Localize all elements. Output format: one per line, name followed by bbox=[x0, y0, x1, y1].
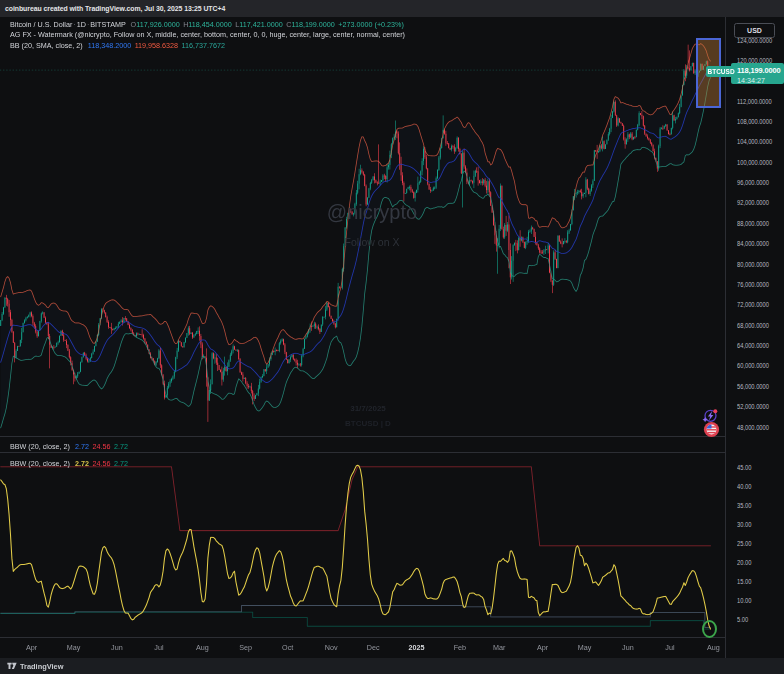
price-scale-label: 108,000.0000 bbox=[737, 118, 772, 125]
tradingview-logo-icon[interactable] bbox=[7, 662, 17, 670]
legend-value: 119,958.6328 bbox=[135, 41, 178, 50]
bbw-scale-label: 40.00 bbox=[737, 483, 751, 490]
symbol-watermark: 31/7/2025 BTCUSD | D bbox=[288, 404, 448, 428]
price-scale-label: 96,000.0000 bbox=[737, 179, 769, 186]
bbw-scale-label: 30.00 bbox=[737, 521, 751, 528]
watermark-subtitle: Follow on X bbox=[302, 236, 442, 248]
legend-value: 24.56 bbox=[92, 459, 110, 468]
bbw-scale-label: 45.00 bbox=[737, 464, 751, 471]
symbol-legend[interactable]: Bitcoin / U.S. Dollar·1D·BITSTAMP O117,9… bbox=[10, 20, 407, 29]
ohlc-values: O117,926.0000H118,454.0000L117,421.0000C… bbox=[131, 20, 408, 29]
time-axis-label: Feb bbox=[454, 643, 466, 652]
last-price-badge: 118,199.0000 14:34:27 bbox=[731, 63, 784, 84]
bbw1-values: 2.7224.562.72 bbox=[75, 442, 132, 451]
bbw-scale-label: 25.00 bbox=[737, 540, 751, 547]
time-axis-label: Aug bbox=[196, 643, 209, 652]
price-scale-label: 92,000.0000 bbox=[737, 199, 769, 206]
legend-value: O117,926.0000 bbox=[131, 20, 180, 29]
header-title: coinbureau created with TradingView.com,… bbox=[5, 5, 225, 12]
time-axis-label: Jul bbox=[665, 643, 674, 652]
time-axis-label: Jun bbox=[111, 643, 123, 652]
price-scale-label: 72,000.0000 bbox=[737, 301, 769, 308]
time-axis-label: Apr bbox=[26, 643, 37, 652]
time-axis-border bbox=[0, 637, 784, 638]
price-scale-label: 100,000.0000 bbox=[737, 159, 772, 166]
time-axis-label: Mar bbox=[493, 643, 505, 652]
bbw-scale-label: 10.00 bbox=[737, 597, 751, 604]
watermark-line1: @nicrypto bbox=[327, 201, 417, 223]
price-scale[interactable]: USD 118,199.0000 14:34:27 124,000.000012… bbox=[726, 17, 784, 638]
price-scale-label: 104,000.0000 bbox=[737, 138, 772, 145]
price-scale-label: 88,000.0000 bbox=[737, 220, 769, 227]
last-price: 118,199.0000 bbox=[737, 66, 784, 75]
bbw-scale-label: 35.00 bbox=[737, 502, 751, 509]
watermark-indicator-legend[interactable]: AG FX - Watermark (@nicrypto, Follow on … bbox=[10, 30, 405, 39]
legend-value: 2.72 bbox=[75, 459, 89, 468]
pane-separator-1[interactable] bbox=[0, 436, 784, 437]
legend-value: L117,421.0000 bbox=[235, 20, 282, 29]
legend-value: H118,454.0000 bbox=[183, 20, 232, 29]
time-axis-label: Oct bbox=[282, 643, 293, 652]
watermark-symbol: BTCUSD | D bbox=[288, 419, 448, 428]
us-flag-event-icon[interactable] bbox=[702, 420, 721, 439]
legend-value: 118,348.2000 bbox=[88, 41, 131, 50]
price-scale-label: 52,000.0000 bbox=[737, 403, 769, 410]
watermark-line2: Follow on X bbox=[345, 236, 400, 248]
indicator-title: BBW (20, close, 2) bbox=[10, 459, 70, 468]
watermark-date: 31/7/2025 bbox=[288, 404, 448, 413]
time-axis-label: Nov bbox=[325, 643, 338, 652]
time-axis-label: Aug bbox=[707, 643, 720, 652]
symbol-price-label: BTCUSD bbox=[706, 66, 736, 77]
legend-value: 2.72 bbox=[114, 459, 128, 468]
price-scale-label: 84,000.0000 bbox=[737, 240, 769, 247]
watermark-text: @nicrypto bbox=[302, 201, 442, 224]
legend-value: 2.72 bbox=[75, 442, 89, 451]
bbw-scale-label: 15.00 bbox=[737, 578, 751, 585]
price-scale-label: 76,000.0000 bbox=[737, 281, 769, 288]
bb-indicator-legend[interactable]: BB (20, SMA, close, 2) 118,348.2000119,9… bbox=[10, 41, 229, 50]
indicator-title: BBW (20, close, 2) bbox=[10, 442, 70, 451]
countdown: 14:34:27 bbox=[737, 76, 784, 85]
price-scale-label: 112,000.0000 bbox=[737, 98, 772, 105]
tradingview-logo-text[interactable]: TradingView bbox=[20, 662, 63, 671]
time-axis-label: 2025 bbox=[409, 643, 425, 652]
time-axis-label: Apr bbox=[537, 643, 548, 652]
time-axis-label: Sep bbox=[239, 643, 252, 652]
chart-area[interactable]: Bitcoin / U.S. Dollar·1D·BITSTAMP O117,9… bbox=[0, 17, 784, 658]
legend-value: +273.0000 (+0.23%) bbox=[338, 20, 404, 29]
bbw-scale-label: 20.00 bbox=[737, 559, 751, 566]
price-scale-label: 124,000.0000 bbox=[737, 37, 772, 44]
symbol-exchange[interactable]: BITSTAMP bbox=[90, 20, 125, 29]
bbw1-indicator-legend[interactable]: BBW (20, close, 2) 2.7224.562.72 bbox=[10, 442, 131, 451]
chart-canvas[interactable] bbox=[0, 17, 725, 658]
price-scale-label: 56,000.0000 bbox=[737, 383, 769, 390]
indicator-title: BB (20, SMA, close, 2) bbox=[10, 41, 83, 50]
symbol-title[interactable]: Bitcoin / U.S. Dollar bbox=[10, 20, 72, 29]
time-axis-label: Dec bbox=[367, 643, 380, 652]
bb-values: 118,348.2000119,958.6328116,737.7672 bbox=[88, 41, 229, 50]
legend-value: C118,199.0000 bbox=[286, 20, 335, 29]
bbw2-indicator-legend[interactable]: BBW (20, close, 2) 2.7224.562.72 bbox=[10, 459, 131, 468]
legend-value: 24.56 bbox=[92, 442, 110, 451]
header-bar: coinbureau created with TradingView.com,… bbox=[0, 0, 784, 17]
time-axis-label: Jun bbox=[622, 643, 634, 652]
time-axis-label: May bbox=[67, 643, 81, 652]
time-axis-label: May bbox=[578, 643, 592, 652]
legend-value: 2.72 bbox=[114, 442, 128, 451]
footer-bar: TradingView bbox=[0, 658, 784, 674]
indicator-title: AG FX - Watermark (@nicrypto, Follow on … bbox=[10, 30, 405, 39]
price-scale-label: 80,000.0000 bbox=[737, 261, 769, 268]
time-axis[interactable]: AprMayJunJulAugSepOctNovDec2025FebMarApr… bbox=[0, 638, 784, 658]
price-scale-label: 68,000.0000 bbox=[737, 322, 769, 329]
pane-separator-2[interactable] bbox=[0, 452, 784, 453]
price-scale-label: 60,000.0000 bbox=[737, 362, 769, 369]
price-scale-label: 64,000.0000 bbox=[737, 342, 769, 349]
legend-value: 116,737.7672 bbox=[182, 41, 225, 50]
bbw2-values: 2.7224.562.72 bbox=[75, 459, 132, 468]
price-scale-label: 48,000.0000 bbox=[737, 424, 769, 431]
symbol-interval[interactable]: 1D bbox=[77, 20, 86, 29]
bbw-scale-label: 5.00 bbox=[737, 616, 748, 623]
time-axis-label: Jul bbox=[154, 643, 163, 652]
